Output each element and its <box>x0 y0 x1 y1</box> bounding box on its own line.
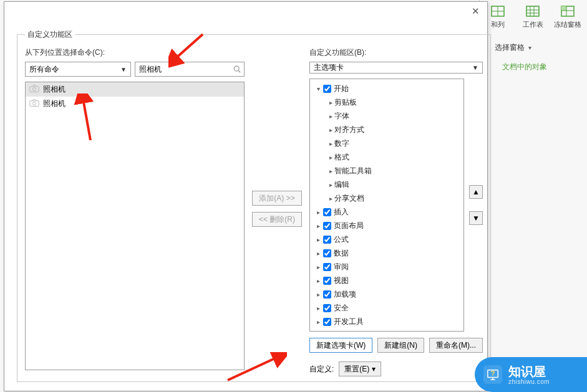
list-item[interactable]: 照相机 <box>26 97 244 111</box>
expand-icon[interactable]: ▾ <box>315 85 322 92</box>
tree-row[interactable]: ▸对齐方式 <box>310 123 463 136</box>
command-search-input[interactable] <box>139 65 233 74</box>
tree-row[interactable]: ▸公式 <box>310 232 463 246</box>
list-item-label: 照相机 <box>43 84 65 95</box>
commands-list[interactable]: 照相机照相机 <box>25 82 245 370</box>
svg-rect-9 <box>561 6 566 11</box>
tree-label: 编辑 <box>334 179 349 190</box>
tabs-scope-combo[interactable]: 主选项卡 ▼ <box>309 62 483 74</box>
move-up-button[interactable]: ▲ <box>469 185 483 199</box>
tree-checkbox[interactable] <box>323 263 331 271</box>
ribbon-tree[interactable]: ▾开始▸剪贴板▸字体▸对齐方式▸数字▸格式▸智能工具箱▸编辑▸分享文档▸插入▸页… <box>310 79 463 331</box>
customize-ribbon-dialog: ✕ 自定义功能区 从下列位置选择命令(C): 所有命令 ▼ <box>4 1 488 391</box>
tree-checkbox[interactable] <box>323 290 331 299</box>
tree-label: 格式 <box>334 152 349 163</box>
tree-row[interactable]: ▸字体 <box>310 109 463 123</box>
add-button[interactable]: 添加(A) >> <box>252 191 301 206</box>
expand-icon[interactable]: ▸ <box>327 181 334 188</box>
tree-row[interactable]: ▸页面布局 <box>310 219 463 232</box>
tree-label: 对齐方式 <box>334 125 364 135</box>
expand-icon[interactable]: ▸ <box>315 236 322 243</box>
expand-icon[interactable]: ▸ <box>327 168 334 174</box>
chevron-down-icon: ▼ <box>120 66 127 73</box>
command-search[interactable] <box>135 62 245 77</box>
camera-icon <box>29 98 39 109</box>
expand-icon[interactable]: ▸ <box>327 99 334 106</box>
svg-rect-14 <box>30 87 39 92</box>
tree-row[interactable]: ▸插入 <box>310 205 463 219</box>
expand-icon[interactable]: ▸ <box>315 264 322 270</box>
expand-icon[interactable]: ▸ <box>315 277 322 284</box>
expand-icon[interactable]: ▸ <box>315 209 322 216</box>
expand-icon[interactable]: ▸ <box>315 222 322 229</box>
tree-row[interactable]: ▸分享文档 <box>310 191 463 205</box>
watermark: ? 知识屋 zhishiwu.com <box>475 357 587 392</box>
svg-rect-16 <box>30 101 39 107</box>
tree-row[interactable]: ▸加载项 <box>310 287 463 301</box>
left-column: 从下列位置选择命令(C): 所有命令 ▼ 照相机照相机 <box>25 47 245 370</box>
expand-icon[interactable]: ▸ <box>315 318 322 325</box>
choose-commands-label: 从下列位置选择命令(C): <box>25 47 245 58</box>
tree-row[interactable]: ▸审阅 <box>310 260 463 274</box>
tree-checkbox[interactable] <box>323 249 331 257</box>
new-group-button[interactable]: 新建组(N) <box>377 338 424 353</box>
tree-row[interactable]: ▸视图 <box>310 274 463 287</box>
tree-label: 公式 <box>334 234 349 245</box>
commands-source-value: 所有命令 <box>29 64 59 75</box>
tree-checkbox[interactable] <box>323 236 331 244</box>
svg-rect-3 <box>526 6 539 16</box>
new-tab-button[interactable]: 新建选项卡(W) <box>309 338 372 353</box>
tree-label: 智能工具箱 <box>334 166 372 176</box>
tree-checkbox[interactable] <box>323 318 331 326</box>
tree-row[interactable]: ▸剪贴板 <box>310 95 463 109</box>
tree-checkbox[interactable] <box>323 277 331 285</box>
search-icon <box>233 65 241 74</box>
tree-label: 页面布局 <box>334 221 364 231</box>
tree-row[interactable]: ▸数据 <box>310 246 463 260</box>
expand-icon[interactable]: ▸ <box>327 127 334 133</box>
tree-checkbox[interactable] <box>323 222 331 230</box>
tree-checkbox[interactable] <box>323 208 331 216</box>
watermark-title: 知识屋 <box>508 365 550 378</box>
expand-icon[interactable]: ▸ <box>315 291 322 298</box>
select-pane-header[interactable]: 选择窗格 <box>495 42 580 53</box>
tree-label: 分享文档 <box>334 193 364 204</box>
tree-row[interactable]: ▸编辑 <box>310 178 463 191</box>
tree-checkbox[interactable] <box>323 85 331 93</box>
select-pane-item[interactable]: 文档中的对象 <box>495 59 580 75</box>
tree-label: 视图 <box>334 275 349 286</box>
tree-label: 字体 <box>334 111 349 122</box>
expand-icon[interactable]: ▸ <box>327 140 334 147</box>
freeze-pane-button[interactable]: 冻结窗格 <box>556 4 580 34</box>
list-item-label: 照相机 <box>43 98 65 109</box>
customize-ribbon-fieldset: 自定义功能区 从下列位置选择命令(C): 所有命令 ▼ <box>17 29 491 382</box>
expand-icon[interactable]: ▸ <box>327 195 334 202</box>
right-column: 自定义功能区(B): 主选项卡 ▼ ▾开始▸剪贴板▸字体▸对齐方式▸数字▸格式▸… <box>309 47 483 370</box>
tree-row[interactable]: ▸安全 <box>310 301 463 315</box>
tree-label: 数字 <box>334 138 349 149</box>
move-down-button[interactable]: ▼ <box>469 211 483 225</box>
expand-icon[interactable]: ▸ <box>315 305 322 312</box>
watermark-url: zhishiwu.com <box>508 378 550 385</box>
svg-line-13 <box>238 70 240 72</box>
tree-row[interactable]: ▸数字 <box>310 136 463 150</box>
worksheet-button[interactable]: 工作表 <box>521 4 545 34</box>
tree-row[interactable]: ▾开始 <box>310 82 463 95</box>
tree-checkbox[interactable] <box>323 304 331 312</box>
rename-button[interactable]: 重命名(M)... <box>429 338 483 353</box>
list-item[interactable]: 照相机 <box>26 82 244 97</box>
reorder-buttons: ▲ ▼ <box>469 79 483 332</box>
svg-point-12 <box>234 66 239 71</box>
expand-icon[interactable]: ▸ <box>327 154 334 161</box>
remove-button[interactable]: << 删除(R) <box>252 212 302 227</box>
tree-row[interactable]: ▸开发工具 <box>310 315 463 328</box>
reset-button[interactable]: 重置(E) ▾ <box>339 361 381 376</box>
watermark-icon: ? <box>483 365 502 384</box>
tree-row[interactable]: ▸智能工具箱 <box>310 164 463 178</box>
tree-row[interactable]: ▸格式 <box>310 150 463 164</box>
expand-icon[interactable]: ▸ <box>315 250 322 257</box>
commands-source-combo[interactable]: 所有命令 ▼ <box>25 62 131 77</box>
svg-point-15 <box>32 88 36 91</box>
close-icon[interactable]: ✕ <box>470 6 481 17</box>
expand-icon[interactable]: ▸ <box>327 113 334 120</box>
